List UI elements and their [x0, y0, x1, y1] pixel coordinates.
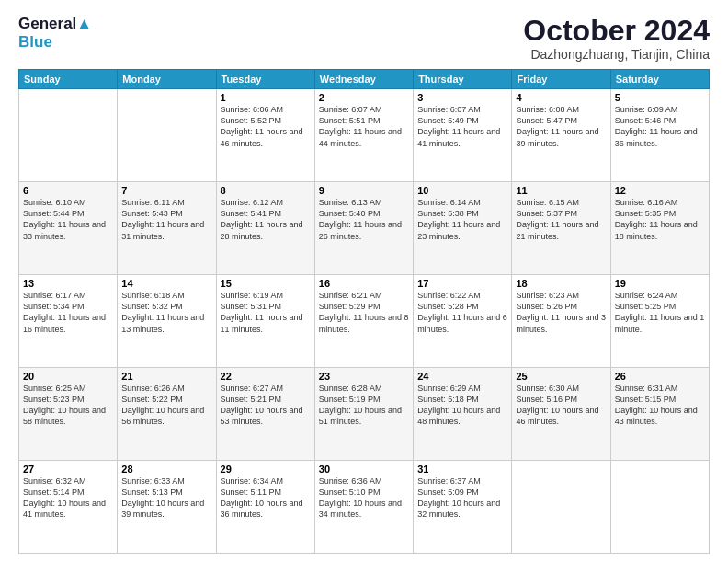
day-number: 28	[121, 464, 211, 475]
calendar-header-tuesday: Tuesday	[216, 70, 314, 89]
day-info: Sunrise: 6:18 AM Sunset: 5:32 PM Dayligh…	[121, 290, 211, 335]
day-number: 30	[319, 464, 409, 475]
header: General▲ Blue October 2024 Dazhongzhuang…	[18, 15, 710, 62]
calendar-cell: 10Sunrise: 6:14 AM Sunset: 5:38 PM Dayli…	[414, 182, 512, 275]
subtitle: Dazhongzhuang, Tianjin, China	[523, 47, 710, 62]
calendar-cell: 25Sunrise: 6:30 AM Sunset: 5:16 PM Dayli…	[512, 368, 610, 461]
day-info: Sunrise: 6:12 AM Sunset: 5:41 PM Dayligh…	[221, 197, 311, 242]
calendar-cell	[19, 89, 118, 182]
day-number: 21	[121, 371, 211, 382]
day-number: 15	[221, 278, 311, 289]
day-number: 19	[615, 278, 705, 289]
day-info: Sunrise: 6:27 AM Sunset: 5:21 PM Dayligh…	[221, 383, 311, 428]
calendar-cell: 19Sunrise: 6:24 AM Sunset: 5:25 PM Dayli…	[610, 275, 709, 368]
day-info: Sunrise: 6:19 AM Sunset: 5:31 PM Dayligh…	[221, 290, 311, 335]
day-number: 18	[516, 278, 606, 289]
calendar-cell: 3Sunrise: 6:07 AM Sunset: 5:49 PM Daylig…	[414, 89, 512, 182]
day-number: 1	[221, 92, 311, 103]
day-number: 14	[121, 278, 211, 289]
calendar-cell: 15Sunrise: 6:19 AM Sunset: 5:31 PM Dayli…	[216, 275, 314, 368]
day-number: 13	[23, 278, 113, 289]
calendar-cell: 31Sunrise: 6:37 AM Sunset: 5:09 PM Dayli…	[414, 461, 512, 554]
calendar-cell: 30Sunrise: 6:36 AM Sunset: 5:10 PM Dayli…	[314, 461, 413, 554]
day-info: Sunrise: 6:30 AM Sunset: 5:16 PM Dayligh…	[516, 383, 606, 428]
calendar-cell: 5Sunrise: 6:09 AM Sunset: 5:46 PM Daylig…	[610, 89, 709, 182]
day-info: Sunrise: 6:13 AM Sunset: 5:40 PM Dayligh…	[319, 197, 409, 242]
day-number: 7	[121, 185, 211, 196]
calendar-table: SundayMondayTuesdayWednesdayThursdayFrid…	[18, 69, 710, 554]
calendar-cell: 27Sunrise: 6:32 AM Sunset: 5:14 PM Dayli…	[19, 461, 118, 554]
day-number: 25	[516, 371, 606, 382]
day-number: 26	[615, 371, 705, 382]
day-number: 22	[221, 371, 311, 382]
day-number: 3	[417, 92, 507, 103]
calendar-cell: 21Sunrise: 6:26 AM Sunset: 5:22 PM Dayli…	[118, 368, 216, 461]
calendar-cell: 23Sunrise: 6:28 AM Sunset: 5:19 PM Dayli…	[314, 368, 413, 461]
calendar-week-4: 20Sunrise: 6:25 AM Sunset: 5:23 PM Dayli…	[19, 368, 710, 461]
title-block: October 2024 Dazhongzhuang, Tianjin, Chi…	[523, 15, 710, 62]
day-number: 24	[417, 371, 507, 382]
day-info: Sunrise: 6:14 AM Sunset: 5:38 PM Dayligh…	[417, 197, 507, 242]
day-info: Sunrise: 6:31 AM Sunset: 5:15 PM Dayligh…	[615, 383, 705, 428]
calendar-header-friday: Friday	[512, 70, 610, 89]
page: General▲ Blue October 2024 Dazhongzhuang…	[0, 0, 728, 563]
day-number: 29	[221, 464, 311, 475]
day-number: 27	[23, 464, 113, 475]
calendar-cell: 22Sunrise: 6:27 AM Sunset: 5:21 PM Dayli…	[216, 368, 314, 461]
day-info: Sunrise: 6:07 AM Sunset: 5:51 PM Dayligh…	[319, 104, 409, 149]
calendar-cell: 13Sunrise: 6:17 AM Sunset: 5:34 PM Dayli…	[19, 275, 118, 368]
day-number: 12	[615, 185, 705, 196]
calendar-cell: 1Sunrise: 6:06 AM Sunset: 5:52 PM Daylig…	[216, 89, 314, 182]
calendar-cell: 26Sunrise: 6:31 AM Sunset: 5:15 PM Dayli…	[610, 368, 709, 461]
calendar-cell: 7Sunrise: 6:11 AM Sunset: 5:43 PM Daylig…	[118, 182, 216, 275]
day-info: Sunrise: 6:07 AM Sunset: 5:49 PM Dayligh…	[417, 104, 507, 149]
day-info: Sunrise: 6:08 AM Sunset: 5:47 PM Dayligh…	[516, 104, 606, 149]
day-info: Sunrise: 6:17 AM Sunset: 5:34 PM Dayligh…	[23, 290, 113, 335]
day-info: Sunrise: 6:28 AM Sunset: 5:19 PM Dayligh…	[319, 383, 409, 428]
calendar-header-saturday: Saturday	[610, 70, 709, 89]
calendar-header-thursday: Thursday	[414, 70, 512, 89]
calendar-cell: 17Sunrise: 6:22 AM Sunset: 5:28 PM Dayli…	[414, 275, 512, 368]
day-info: Sunrise: 6:37 AM Sunset: 5:09 PM Dayligh…	[417, 476, 507, 521]
calendar-cell: 9Sunrise: 6:13 AM Sunset: 5:40 PM Daylig…	[314, 182, 413, 275]
day-number: 16	[319, 278, 409, 289]
day-number: 23	[319, 371, 409, 382]
calendar-header-sunday: Sunday	[19, 70, 118, 89]
calendar-week-2: 6Sunrise: 6:10 AM Sunset: 5:44 PM Daylig…	[19, 182, 710, 275]
calendar-cell	[118, 89, 216, 182]
day-number: 5	[615, 92, 705, 103]
calendar-cell: 20Sunrise: 6:25 AM Sunset: 5:23 PM Dayli…	[19, 368, 118, 461]
day-number: 2	[319, 92, 409, 103]
day-number: 31	[417, 464, 507, 475]
day-info: Sunrise: 6:16 AM Sunset: 5:35 PM Dayligh…	[615, 197, 705, 242]
calendar-header-monday: Monday	[118, 70, 216, 89]
day-info: Sunrise: 6:11 AM Sunset: 5:43 PM Dayligh…	[121, 197, 211, 242]
day-info: Sunrise: 6:33 AM Sunset: 5:13 PM Dayligh…	[121, 476, 211, 521]
calendar-header-wednesday: Wednesday	[314, 70, 413, 89]
calendar-cell: 16Sunrise: 6:21 AM Sunset: 5:29 PM Dayli…	[314, 275, 413, 368]
day-info: Sunrise: 6:22 AM Sunset: 5:28 PM Dayligh…	[417, 290, 507, 335]
day-number: 6	[23, 185, 113, 196]
main-title: October 2024	[523, 15, 710, 47]
day-info: Sunrise: 6:06 AM Sunset: 5:52 PM Dayligh…	[221, 104, 311, 149]
calendar-cell: 6Sunrise: 6:10 AM Sunset: 5:44 PM Daylig…	[19, 182, 118, 275]
calendar-cell: 12Sunrise: 6:16 AM Sunset: 5:35 PM Dayli…	[610, 182, 709, 275]
day-number: 4	[516, 92, 606, 103]
day-info: Sunrise: 6:26 AM Sunset: 5:22 PM Dayligh…	[121, 383, 211, 428]
day-info: Sunrise: 6:21 AM Sunset: 5:29 PM Dayligh…	[319, 290, 409, 335]
calendar-cell: 28Sunrise: 6:33 AM Sunset: 5:13 PM Dayli…	[118, 461, 216, 554]
calendar-cell: 18Sunrise: 6:23 AM Sunset: 5:26 PM Dayli…	[512, 275, 610, 368]
calendar-cell: 8Sunrise: 6:12 AM Sunset: 5:41 PM Daylig…	[216, 182, 314, 275]
calendar-cell: 24Sunrise: 6:29 AM Sunset: 5:18 PM Dayli…	[414, 368, 512, 461]
day-number: 9	[319, 185, 409, 196]
day-info: Sunrise: 6:36 AM Sunset: 5:10 PM Dayligh…	[319, 476, 409, 521]
day-number: 10	[417, 185, 507, 196]
day-info: Sunrise: 6:34 AM Sunset: 5:11 PM Dayligh…	[221, 476, 311, 521]
day-info: Sunrise: 6:29 AM Sunset: 5:18 PM Dayligh…	[417, 383, 507, 428]
calendar-cell	[610, 461, 709, 554]
day-info: Sunrise: 6:10 AM Sunset: 5:44 PM Dayligh…	[23, 197, 113, 242]
day-info: Sunrise: 6:25 AM Sunset: 5:23 PM Dayligh…	[23, 383, 113, 428]
day-number: 8	[221, 185, 311, 196]
calendar-week-1: 1Sunrise: 6:06 AM Sunset: 5:52 PM Daylig…	[19, 89, 710, 182]
day-info: Sunrise: 6:09 AM Sunset: 5:46 PM Dayligh…	[615, 104, 705, 149]
